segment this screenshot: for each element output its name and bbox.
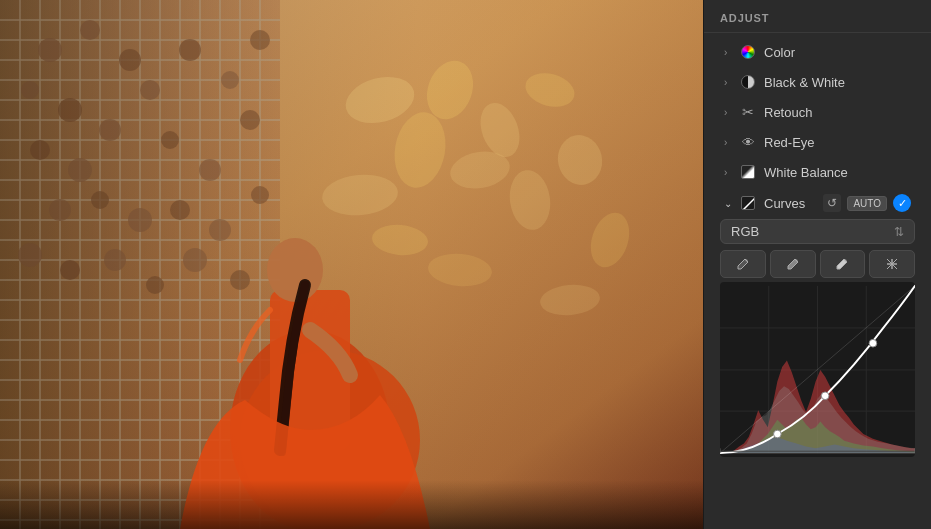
curves-controls: ↺ AUTO ✓	[823, 194, 911, 212]
wb-icon	[740, 164, 756, 180]
red-eye-label: Red-Eye	[764, 135, 815, 150]
svg-point-101	[774, 430, 782, 438]
sidebar-item-black-white[interactable]: › Black & White	[708, 67, 927, 97]
chevron-right-icon: ›	[724, 167, 734, 178]
photo-canvas	[0, 0, 703, 529]
undo-button[interactable]: ↺	[823, 194, 841, 212]
eyedropper-black-button[interactable]	[720, 250, 766, 278]
channel-label: RGB	[731, 224, 759, 239]
curves-icon	[740, 195, 756, 211]
retouch-label: Retouch	[764, 105, 812, 120]
curves-label: Curves	[764, 196, 805, 211]
sidebar-item-retouch[interactable]: › ✂ Retouch	[708, 97, 927, 127]
add-point-button[interactable]	[869, 250, 915, 278]
eyedropper-tools	[720, 250, 915, 278]
chevron-right-icon: ›	[724, 137, 734, 148]
curves-active-indicator[interactable]: ✓	[893, 194, 911, 212]
divider-top	[704, 32, 931, 33]
chevron-right-icon: ›	[724, 77, 734, 88]
bandaid-icon: ✂	[740, 104, 756, 120]
svg-point-102	[821, 392, 829, 400]
curves-header-left: ⌄ Curves	[724, 195, 823, 211]
sidebar-item-curves[interactable]: ⌄ Curves ↺ AUTO ✓	[708, 187, 927, 219]
black-white-label: Black & White	[764, 75, 845, 90]
curves-graph[interactable]	[720, 282, 915, 457]
svg-point-89	[845, 260, 847, 262]
eye-icon: 👁	[740, 134, 756, 150]
color-label: Color	[764, 45, 795, 60]
half-circle-icon	[740, 74, 756, 90]
auto-badge[interactable]: AUTO	[847, 196, 887, 211]
sidebar-item-white-balance[interactable]: › White Balance	[708, 157, 927, 187]
color-circle-icon	[740, 44, 756, 60]
dropdown-arrow-icon: ⇅	[894, 225, 904, 239]
eyedropper-gray-button[interactable]	[770, 250, 816, 278]
svg-point-103	[869, 339, 877, 347]
white-balance-label: White Balance	[764, 165, 848, 180]
chevron-down-icon: ⌄	[724, 198, 734, 209]
panel-title: ADJUST	[704, 0, 931, 32]
sidebar-item-red-eye[interactable]: › 👁 Red-Eye	[708, 127, 927, 157]
curves-section: ⌄ Curves ↺ AUTO ✓ RGB ⇅	[708, 187, 927, 465]
chevron-right-icon: ›	[724, 107, 734, 118]
channel-dropdown[interactable]: RGB ⇅	[720, 219, 915, 244]
shadow-pattern	[246, 0, 703, 529]
chevron-right-icon: ›	[724, 47, 734, 58]
eyedropper-white-button[interactable]	[820, 250, 866, 278]
photo-background	[0, 0, 703, 529]
svg-point-88	[795, 260, 797, 262]
svg-point-87	[745, 260, 747, 262]
sidebar-item-color[interactable]: › Color	[708, 37, 927, 67]
adjust-panel: ADJUST › Color › Black & White › ✂ Retou…	[703, 0, 931, 529]
